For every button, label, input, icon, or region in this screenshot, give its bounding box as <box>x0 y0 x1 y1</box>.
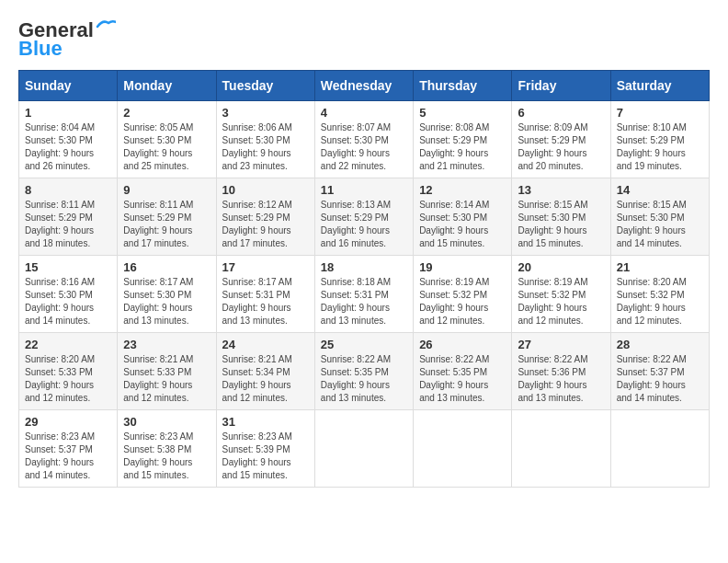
day-number: 30 <box>123 415 210 429</box>
weekday-header-tuesday: Tuesday <box>216 71 314 101</box>
cell-content: Sunrise: 8:05 AM Sunset: 5:30 PM Dayligh… <box>123 121 210 173</box>
calendar-cell: 11 Sunrise: 8:13 AM Sunset: 5:29 PM Dayl… <box>314 178 413 256</box>
day-number: 24 <box>222 338 309 351</box>
weekday-header-monday: Monday <box>118 71 216 101</box>
logo: General Blue <box>18 18 116 61</box>
cell-content: Sunrise: 8:15 AM Sunset: 5:30 PM Dayligh… <box>518 199 604 250</box>
calendar-cell: 6 Sunrise: 8:09 AM Sunset: 5:29 PM Dayli… <box>512 101 610 178</box>
calendar-cell: 17 Sunrise: 8:17 AM Sunset: 5:31 PM Dayl… <box>216 256 314 333</box>
day-number: 27 <box>518 338 604 351</box>
cell-content: Sunrise: 8:18 AM Sunset: 5:31 PM Dayligh… <box>321 276 407 327</box>
calendar-cell: 27 Sunrise: 8:22 AM Sunset: 5:36 PM Dayl… <box>512 333 610 410</box>
cell-content: Sunrise: 8:13 AM Sunset: 5:29 PM Dayligh… <box>321 199 407 250</box>
cell-content: Sunrise: 8:20 AM Sunset: 5:32 PM Dayligh… <box>617 276 703 327</box>
day-number: 13 <box>518 183 604 197</box>
cell-content: Sunrise: 8:17 AM Sunset: 5:31 PM Dayligh… <box>222 276 309 327</box>
calendar-table: SundayMondayTuesdayWednesdayThursdayFrid… <box>18 70 710 488</box>
calendar-cell: 1 Sunrise: 8:04 AM Sunset: 5:30 PM Dayli… <box>19 101 118 178</box>
cell-content: Sunrise: 8:15 AM Sunset: 5:30 PM Dayligh… <box>617 199 703 250</box>
day-number: 15 <box>25 260 111 274</box>
calendar-cell <box>414 410 512 488</box>
calendar-cell: 4 Sunrise: 8:07 AM Sunset: 5:30 PM Dayli… <box>314 101 413 178</box>
cell-content: Sunrise: 8:09 AM Sunset: 5:29 PM Dayligh… <box>518 121 604 173</box>
cell-content: Sunrise: 8:07 AM Sunset: 5:30 PM Dayligh… <box>321 121 407 173</box>
calendar-cell: 25 Sunrise: 8:22 AM Sunset: 5:35 PM Dayl… <box>314 333 413 410</box>
cell-content: Sunrise: 8:19 AM Sunset: 5:32 PM Dayligh… <box>518 276 604 327</box>
calendar-cell: 10 Sunrise: 8:12 AM Sunset: 5:29 PM Dayl… <box>216 178 314 256</box>
day-number: 31 <box>222 415 309 429</box>
logo-text-blue: Blue <box>18 37 63 61</box>
day-number: 10 <box>222 183 309 197</box>
cell-content: Sunrise: 8:22 AM Sunset: 5:37 PM Dayligh… <box>617 353 703 405</box>
calendar-cell <box>512 410 610 488</box>
weekday-header-wednesday: Wednesday <box>314 71 413 101</box>
calendar-cell: 3 Sunrise: 8:06 AM Sunset: 5:30 PM Dayli… <box>216 101 314 178</box>
day-number: 1 <box>25 106 111 120</box>
day-number: 5 <box>419 106 506 120</box>
calendar-week-row: 22 Sunrise: 8:20 AM Sunset: 5:33 PM Dayl… <box>19 333 710 410</box>
cell-content: Sunrise: 8:17 AM Sunset: 5:30 PM Dayligh… <box>123 276 210 327</box>
cell-content: Sunrise: 8:21 AM Sunset: 5:33 PM Dayligh… <box>123 353 210 405</box>
weekday-header-thursday: Thursday <box>414 71 512 101</box>
cell-content: Sunrise: 8:23 AM Sunset: 5:37 PM Dayligh… <box>25 431 111 482</box>
day-number: 4 <box>321 106 407 120</box>
calendar-cell: 15 Sunrise: 8:16 AM Sunset: 5:30 PM Dayl… <box>19 256 118 333</box>
calendar-cell: 22 Sunrise: 8:20 AM Sunset: 5:33 PM Dayl… <box>19 333 118 410</box>
calendar-cell: 7 Sunrise: 8:10 AM Sunset: 5:29 PM Dayli… <box>610 101 709 178</box>
day-number: 25 <box>321 338 407 351</box>
day-number: 17 <box>222 260 309 274</box>
cell-content: Sunrise: 8:20 AM Sunset: 5:33 PM Dayligh… <box>25 353 111 405</box>
calendar-cell: 12 Sunrise: 8:14 AM Sunset: 5:30 PM Dayl… <box>414 178 512 256</box>
cell-content: Sunrise: 8:04 AM Sunset: 5:30 PM Dayligh… <box>25 121 111 173</box>
day-number: 22 <box>25 338 111 351</box>
cell-content: Sunrise: 8:06 AM Sunset: 5:30 PM Dayligh… <box>222 121 309 173</box>
cell-content: Sunrise: 8:22 AM Sunset: 5:35 PM Dayligh… <box>419 353 506 405</box>
weekday-header-friday: Friday <box>512 71 610 101</box>
day-number: 26 <box>419 338 506 351</box>
calendar-cell: 24 Sunrise: 8:21 AM Sunset: 5:34 PM Dayl… <box>216 333 314 410</box>
cell-content: Sunrise: 8:16 AM Sunset: 5:30 PM Dayligh… <box>25 276 111 327</box>
day-number: 16 <box>123 260 210 274</box>
calendar-week-row: 8 Sunrise: 8:11 AM Sunset: 5:29 PM Dayli… <box>19 178 710 256</box>
day-number: 3 <box>222 106 309 120</box>
logo-bird-icon <box>96 19 116 34</box>
cell-content: Sunrise: 8:14 AM Sunset: 5:30 PM Dayligh… <box>419 199 506 250</box>
day-number: 20 <box>518 260 604 274</box>
calendar-week-row: 15 Sunrise: 8:16 AM Sunset: 5:30 PM Dayl… <box>19 256 710 333</box>
calendar-cell: 29 Sunrise: 8:23 AM Sunset: 5:37 PM Dayl… <box>19 410 118 488</box>
day-number: 12 <box>419 183 506 197</box>
cell-content: Sunrise: 8:08 AM Sunset: 5:29 PM Dayligh… <box>419 121 506 173</box>
page-header: General Blue <box>18 18 710 61</box>
calendar-cell: 28 Sunrise: 8:22 AM Sunset: 5:37 PM Dayl… <box>610 333 709 410</box>
cell-content: Sunrise: 8:22 AM Sunset: 5:35 PM Dayligh… <box>321 353 407 405</box>
day-number: 29 <box>25 415 111 429</box>
calendar-week-row: 29 Sunrise: 8:23 AM Sunset: 5:37 PM Dayl… <box>19 410 710 488</box>
calendar-cell: 13 Sunrise: 8:15 AM Sunset: 5:30 PM Dayl… <box>512 178 610 256</box>
day-number: 9 <box>123 183 210 197</box>
cell-content: Sunrise: 8:19 AM Sunset: 5:32 PM Dayligh… <box>419 276 506 327</box>
cell-content: Sunrise: 8:10 AM Sunset: 5:29 PM Dayligh… <box>617 121 703 173</box>
day-number: 14 <box>617 183 703 197</box>
calendar-cell: 18 Sunrise: 8:18 AM Sunset: 5:31 PM Dayl… <box>314 256 413 333</box>
day-number: 28 <box>617 338 703 351</box>
calendar-header-row: SundayMondayTuesdayWednesdayThursdayFrid… <box>19 71 710 101</box>
calendar-cell: 14 Sunrise: 8:15 AM Sunset: 5:30 PM Dayl… <box>610 178 709 256</box>
calendar-cell: 8 Sunrise: 8:11 AM Sunset: 5:29 PM Dayli… <box>19 178 118 256</box>
day-number: 8 <box>25 183 111 197</box>
calendar-cell: 26 Sunrise: 8:22 AM Sunset: 5:35 PM Dayl… <box>414 333 512 410</box>
calendar-cell: 20 Sunrise: 8:19 AM Sunset: 5:32 PM Dayl… <box>512 256 610 333</box>
cell-content: Sunrise: 8:23 AM Sunset: 5:39 PM Dayligh… <box>222 431 309 482</box>
calendar-cell: 21 Sunrise: 8:20 AM Sunset: 5:32 PM Dayl… <box>610 256 709 333</box>
calendar-cell: 16 Sunrise: 8:17 AM Sunset: 5:30 PM Dayl… <box>118 256 216 333</box>
day-number: 18 <box>321 260 407 274</box>
day-number: 2 <box>123 106 210 120</box>
calendar-week-row: 1 Sunrise: 8:04 AM Sunset: 5:30 PM Dayli… <box>19 101 710 178</box>
day-number: 6 <box>518 106 604 120</box>
day-number: 21 <box>617 260 703 274</box>
cell-content: Sunrise: 8:11 AM Sunset: 5:29 PM Dayligh… <box>123 199 210 250</box>
day-number: 11 <box>321 183 407 197</box>
cell-content: Sunrise: 8:23 AM Sunset: 5:38 PM Dayligh… <box>123 431 210 482</box>
weekday-header-saturday: Saturday <box>610 71 709 101</box>
day-number: 23 <box>123 338 210 351</box>
calendar-cell: 2 Sunrise: 8:05 AM Sunset: 5:30 PM Dayli… <box>118 101 216 178</box>
